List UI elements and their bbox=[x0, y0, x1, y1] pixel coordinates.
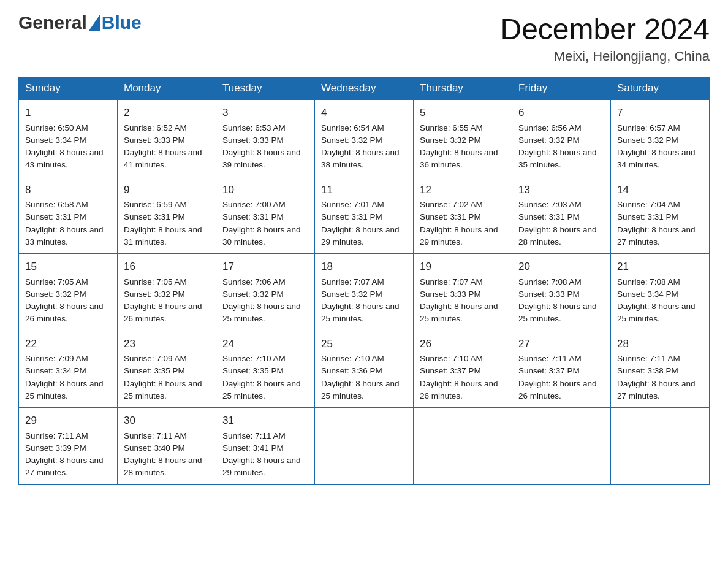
day-number: 2 bbox=[124, 105, 210, 121]
sunset-label: Sunset: 3:32 PM bbox=[420, 136, 481, 145]
sunrise-label: Sunrise: 7:10 AM bbox=[222, 354, 286, 363]
logo-triangle-icon bbox=[89, 15, 100, 31]
daylight-label: Daylight: 8 hours and 25 minutes. bbox=[25, 379, 104, 400]
calendar-cell: 20 Sunrise: 7:08 AM Sunset: 3:33 PM Dayl… bbox=[512, 254, 611, 331]
calendar-week-5: 29 Sunrise: 7:11 AM Sunset: 3:39 PM Dayl… bbox=[19, 408, 710, 485]
sunrise-label: Sunrise: 7:05 AM bbox=[124, 277, 187, 286]
daylight-label: Daylight: 8 hours and 29 minutes. bbox=[321, 225, 400, 247]
sunset-label: Sunset: 3:32 PM bbox=[321, 289, 382, 299]
sunrise-label: Sunrise: 7:11 AM bbox=[25, 431, 88, 440]
sunset-label: Sunset: 3:31 PM bbox=[420, 212, 481, 221]
sunset-label: Sunset: 3:32 PM bbox=[617, 136, 678, 145]
sunset-label: Sunset: 3:34 PM bbox=[25, 136, 86, 145]
sunrise-label: Sunrise: 7:07 AM bbox=[321, 277, 384, 286]
calendar-cell bbox=[512, 408, 611, 485]
day-number: 13 bbox=[518, 182, 604, 198]
logo: General Blue bbox=[18, 12, 142, 33]
day-number: 24 bbox=[222, 336, 308, 352]
calendar-cell: 13 Sunrise: 7:03 AM Sunset: 3:31 PM Dayl… bbox=[512, 177, 611, 254]
daylight-label: Daylight: 8 hours and 25 minutes. bbox=[124, 379, 202, 400]
sunrise-label: Sunrise: 6:54 AM bbox=[321, 123, 384, 132]
calendar-cell: 15 Sunrise: 7:05 AM Sunset: 3:32 PM Dayl… bbox=[19, 254, 118, 331]
sunrise-label: Sunrise: 7:10 AM bbox=[420, 354, 483, 363]
sunrise-label: Sunrise: 6:52 AM bbox=[124, 123, 187, 132]
day-number: 6 bbox=[518, 105, 604, 121]
calendar-cell: 10 Sunrise: 7:00 AM Sunset: 3:31 PM Dayl… bbox=[216, 177, 315, 254]
logo-general-text: General bbox=[18, 12, 87, 33]
daylight-label: Daylight: 8 hours and 36 minutes. bbox=[420, 148, 498, 169]
sunset-label: Sunset: 3:38 PM bbox=[617, 366, 678, 375]
day-number: 12 bbox=[420, 182, 506, 198]
sunset-label: Sunset: 3:32 PM bbox=[25, 289, 86, 299]
day-number: 27 bbox=[518, 336, 604, 352]
sunrise-label: Sunrise: 6:57 AM bbox=[617, 123, 680, 132]
daylight-label: Daylight: 8 hours and 38 minutes. bbox=[321, 148, 400, 169]
sunrise-label: Sunrise: 7:00 AM bbox=[222, 200, 286, 209]
calendar-week-2: 8 Sunrise: 6:58 AM Sunset: 3:31 PM Dayli… bbox=[19, 177, 710, 254]
day-number: 1 bbox=[25, 105, 111, 121]
day-number: 16 bbox=[124, 259, 210, 275]
day-number: 25 bbox=[321, 336, 407, 352]
sunrise-label: Sunrise: 7:11 AM bbox=[124, 431, 187, 440]
sunrise-label: Sunrise: 6:50 AM bbox=[25, 123, 88, 132]
sunset-label: Sunset: 3:32 PM bbox=[124, 289, 185, 299]
sunset-label: Sunset: 3:33 PM bbox=[124, 136, 185, 145]
sunrise-label: Sunrise: 7:02 AM bbox=[420, 200, 483, 209]
day-number: 11 bbox=[321, 182, 407, 198]
sunset-label: Sunset: 3:32 PM bbox=[321, 136, 382, 145]
sunset-label: Sunset: 3:35 PM bbox=[124, 366, 185, 375]
sunrise-label: Sunrise: 7:11 AM bbox=[617, 354, 680, 363]
day-number: 26 bbox=[420, 336, 506, 352]
weekday-header-saturday: Saturday bbox=[611, 77, 710, 100]
day-number: 28 bbox=[617, 336, 703, 352]
calendar-cell: 3 Sunrise: 6:53 AM Sunset: 3:33 PM Dayli… bbox=[216, 100, 315, 177]
weekday-header-wednesday: Wednesday bbox=[315, 77, 414, 100]
sunrise-label: Sunrise: 6:53 AM bbox=[222, 123, 286, 132]
weekday-header-thursday: Thursday bbox=[414, 77, 512, 100]
daylight-label: Daylight: 8 hours and 25 minutes. bbox=[222, 379, 301, 400]
calendar-cell: 1 Sunrise: 6:50 AM Sunset: 3:34 PM Dayli… bbox=[19, 100, 118, 177]
daylight-label: Daylight: 8 hours and 26 minutes. bbox=[25, 302, 104, 323]
calendar-week-1: 1 Sunrise: 6:50 AM Sunset: 3:34 PM Dayli… bbox=[19, 100, 710, 177]
weekday-header-row: SundayMondayTuesdayWednesdayThursdayFrid… bbox=[19, 77, 710, 100]
calendar-cell: 2 Sunrise: 6:52 AM Sunset: 3:33 PM Dayli… bbox=[118, 100, 216, 177]
sunrise-label: Sunrise: 6:56 AM bbox=[518, 123, 582, 132]
day-number: 18 bbox=[321, 259, 407, 275]
sunset-label: Sunset: 3:31 PM bbox=[124, 212, 185, 221]
sunrise-label: Sunrise: 7:04 AM bbox=[617, 200, 680, 209]
sunset-label: Sunset: 3:37 PM bbox=[518, 366, 580, 375]
daylight-label: Daylight: 8 hours and 33 minutes. bbox=[25, 225, 104, 247]
weekday-header-friday: Friday bbox=[512, 77, 611, 100]
sunrise-label: Sunrise: 7:01 AM bbox=[321, 200, 384, 209]
calendar-cell: 21 Sunrise: 7:08 AM Sunset: 3:34 PM Dayl… bbox=[611, 254, 710, 331]
day-number: 7 bbox=[617, 105, 703, 121]
sunset-label: Sunset: 3:36 PM bbox=[321, 366, 382, 375]
sunrise-label: Sunrise: 7:03 AM bbox=[518, 200, 582, 209]
calendar-cell: 24 Sunrise: 7:10 AM Sunset: 3:35 PM Dayl… bbox=[216, 331, 315, 408]
sunrise-label: Sunrise: 7:11 AM bbox=[518, 354, 582, 363]
sunset-label: Sunset: 3:41 PM bbox=[222, 443, 284, 453]
sunrise-label: Sunrise: 7:09 AM bbox=[25, 354, 88, 363]
daylight-label: Daylight: 8 hours and 35 minutes. bbox=[518, 148, 597, 169]
sunrise-label: Sunrise: 7:05 AM bbox=[25, 277, 88, 286]
calendar-week-4: 22 Sunrise: 7:09 AM Sunset: 3:34 PM Dayl… bbox=[19, 331, 710, 408]
sunrise-label: Sunrise: 7:06 AM bbox=[222, 277, 286, 286]
sunset-label: Sunset: 3:32 PM bbox=[518, 136, 580, 145]
calendar-cell: 25 Sunrise: 7:10 AM Sunset: 3:36 PM Dayl… bbox=[315, 331, 414, 408]
location-title: Meixi, Heilongjiang, China bbox=[500, 48, 710, 64]
calendar-cell: 4 Sunrise: 6:54 AM Sunset: 3:32 PM Dayli… bbox=[315, 100, 414, 177]
sunrise-label: Sunrise: 7:09 AM bbox=[124, 354, 187, 363]
title-area: December 2024 Meixi, Heilongjiang, China bbox=[500, 12, 710, 64]
calendar-cell: 27 Sunrise: 7:11 AM Sunset: 3:37 PM Dayl… bbox=[512, 331, 611, 408]
day-number: 4 bbox=[321, 105, 407, 121]
daylight-label: Daylight: 8 hours and 25 minutes. bbox=[518, 302, 597, 323]
sunrise-label: Sunrise: 6:59 AM bbox=[124, 200, 187, 209]
day-number: 20 bbox=[518, 259, 604, 275]
sunset-label: Sunset: 3:31 PM bbox=[321, 212, 382, 221]
logo-blue-text: Blue bbox=[102, 12, 142, 33]
calendar-cell: 11 Sunrise: 7:01 AM Sunset: 3:31 PM Dayl… bbox=[315, 177, 414, 254]
calendar-cell: 7 Sunrise: 6:57 AM Sunset: 3:32 PM Dayli… bbox=[611, 100, 710, 177]
sunset-label: Sunset: 3:33 PM bbox=[420, 289, 481, 299]
daylight-label: Daylight: 8 hours and 39 minutes. bbox=[222, 148, 301, 169]
weekday-header-sunday: Sunday bbox=[19, 77, 118, 100]
